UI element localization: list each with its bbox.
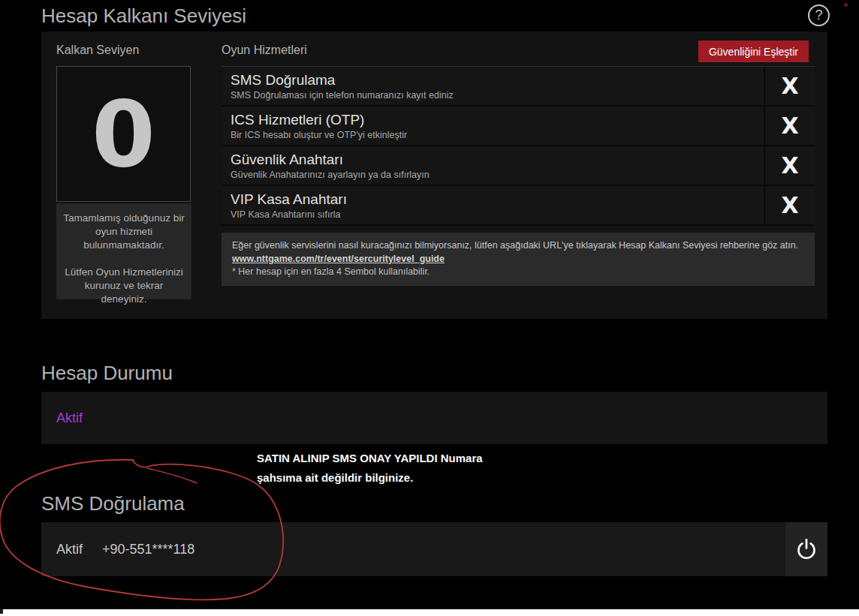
- sms-disable-button[interactable]: [785, 522, 827, 576]
- service-row-ics-otp[interactable]: ICS Hizmetleri (OTP) Bir ICS hesabı oluş…: [222, 107, 815, 146]
- user-annotation-text: SATIN ALINIP SMS ONAY YAPILDI Numara şah…: [257, 449, 497, 488]
- service-text: Güvenlik Anahtarı Güvenlik Anahatarınızı…: [222, 146, 764, 185]
- service-status-x-icon: X: [764, 146, 815, 185]
- service-row-vip-vault-key[interactable]: VIP Kasa Anahtarı VIP Kasa Anahtarını sı…: [222, 186, 815, 226]
- shield-level-label: Kalkan Seviyen: [56, 44, 139, 57]
- service-row-security-key[interactable]: Güvenlik Anahtarı Güvenlik Anahatarınızı…: [222, 146, 815, 186]
- guide-note-text: Eğer güvenlik servislerini nasıl kuracağ…: [232, 239, 804, 253]
- pen-dot: [844, 3, 848, 7]
- user-annotation-line2: şahsıma ait değildir bilginize.: [257, 468, 497, 488]
- sms-verification-row: Aktif +90-551****118: [41, 522, 827, 576]
- services-guide-note: Eğer güvenlik servislerini nasıl kuracağ…: [222, 233, 815, 286]
- service-subtitle: Güvenlik Anahatarınızı ayarlayın ya da s…: [231, 169, 755, 181]
- service-text: ICS Hizmetleri (OTP) Bir ICS hesabı oluş…: [222, 107, 764, 145]
- bottom-scrollbar-track[interactable]: [0, 609, 859, 616]
- scrollbar-thumb[interactable]: [0, 609, 3, 614]
- service-status-x-icon: X: [764, 186, 815, 224]
- shield-level-message: Tamamlamış olduğunuz bir oyun hizmeti bu…: [56, 203, 191, 299]
- service-subtitle: VIP Kasa Anahtarını sıfırla: [231, 209, 755, 221]
- shield-level-message-line2: Lütfen Oyun Hizmetlerinizi kurunuz ve te…: [61, 266, 187, 306]
- help-icon[interactable]: ?: [808, 5, 830, 26]
- game-services-label: Oyun Hizmetleri: [222, 44, 307, 57]
- shield-level-value: 0: [92, 89, 155, 180]
- security-level-page: Hesap Kalkanı Seviyesi ? Kalkan Seviyen …: [0, 0, 859, 616]
- service-text: SMS Doğrulama SMS Doğrulaması için telef…: [222, 67, 764, 105]
- account-status-row: Aktif: [41, 392, 827, 444]
- game-services-table: SMS Doğrulama SMS Doğrulaması için telef…: [222, 66, 815, 226]
- service-text: VIP Kasa Anahtarı VIP Kasa Anahtarını sı…: [222, 186, 764, 224]
- service-subtitle: Bir ICS hesabı oluştur ve OTP'yi etkinle…: [231, 129, 755, 141]
- shield-level-message-line1: Tamamlamış olduğunuz bir oyun hizmeti bu…: [61, 212, 187, 252]
- shield-level-box: 0: [56, 66, 191, 202]
- guide-footnote: * Her hesap için en fazla 4 Sembol kulla…: [232, 266, 804, 279]
- service-status-x-icon: X: [764, 67, 815, 105]
- service-status-x-icon: X: [764, 107, 815, 145]
- service-title: SMS Doğrulama: [231, 71, 755, 89]
- guide-link[interactable]: www.nttgame.com/tr/event/sercuritylevel_…: [232, 254, 445, 264]
- service-row-sms[interactable]: SMS Doğrulama SMS Doğrulaması için telef…: [222, 67, 815, 107]
- sms-status-badge: Aktif: [56, 542, 83, 557]
- service-title: Güvenlik Anahtarı: [231, 150, 755, 169]
- sms-verification-info: Aktif +90-551****118: [41, 522, 785, 576]
- sms-verification-title: SMS Doğrulama: [41, 492, 827, 523]
- page-title: Hesap Kalkanı Seviyesi: [41, 5, 827, 35]
- power-icon: [794, 536, 819, 562]
- match-security-button[interactable]: Güvenliğini Eşleştir: [698, 41, 809, 62]
- shield-panel: Kalkan Seviyen Oyun Hizmetleri 0 Tamamla…: [41, 32, 827, 319]
- sms-phone-number: +90-551****118: [102, 542, 194, 557]
- service-subtitle: SMS Doğrulaması için telefon numaranızı …: [231, 89, 755, 101]
- user-annotation-line1: SATIN ALINIP SMS ONAY YAPILDI Numara: [257, 449, 497, 468]
- service-title: ICS Hizmetleri (OTP): [231, 110, 755, 129]
- service-title: VIP Kasa Anahtarı: [231, 190, 755, 209]
- account-status-title: Hesap Durumu: [41, 362, 827, 392]
- account-status-badge: Aktif: [56, 410, 83, 426]
